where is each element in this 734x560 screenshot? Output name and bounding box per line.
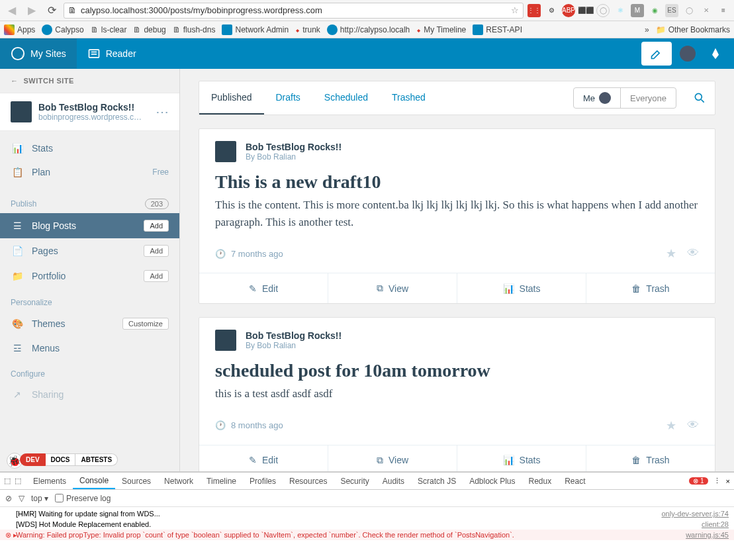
trash-button[interactable]: 🗑Trash <box>586 445 715 472</box>
sidebar-item-pages[interactable]: 📄 Pages Add <box>0 238 179 263</box>
forward-button[interactable]: ▶ <box>24 3 40 19</box>
eye-icon[interactable]: 👁 <box>687 418 699 433</box>
reader-button[interactable]: Reader <box>77 38 147 69</box>
switch-site-button[interactable]: ← SWITCH SITE <box>0 69 179 93</box>
bookmark[interactable]: ⬥My Timeline <box>416 25 466 34</box>
preserve-log-checkbox[interactable]: Preserve log <box>55 494 111 503</box>
me-button[interactable] <box>676 46 700 62</box>
devtools-tab-security[interactable]: Security <box>334 473 375 489</box>
bookmark[interactable]: 🗎ls-clear <box>91 25 127 34</box>
source-link[interactable]: only-dev-server.js:74 <box>662 510 729 518</box>
sidebar-item-blog-posts[interactable]: ☰ Blog Posts Add <box>0 213 179 238</box>
more-icon[interactable]: ⋯ <box>156 104 169 120</box>
source-link[interactable]: client:28 <box>702 520 729 528</box>
edit-button[interactable]: ✎Edit <box>199 445 328 472</box>
post-site-name[interactable]: Bob TestBlog Rocks!! <box>246 142 342 152</box>
ext-icon[interactable]: ✕ <box>700 4 713 17</box>
tab-drafts[interactable]: Drafts <box>264 81 312 115</box>
devtools-tab-elements[interactable]: Elements <box>26 473 73 489</box>
bookmark[interactable]: REST-API <box>473 24 522 35</box>
bookmark[interactable]: http://calypso.localh <box>327 24 410 35</box>
reload-button[interactable]: ⟳ <box>44 3 60 19</box>
ext-icon[interactable]: ES <box>665 4 678 17</box>
other-bookmarks[interactable]: 📁Other Bookmarks <box>656 25 730 34</box>
sidebar-item-portfolio[interactable]: 📁 Portfolio Add <box>0 263 179 289</box>
bookmark[interactable]: 🗎flush-dns <box>173 25 216 34</box>
ext-icon[interactable]: ⚛ <box>614 4 627 17</box>
add-page-button[interactable]: Add <box>144 245 169 257</box>
search-button[interactable] <box>684 91 715 105</box>
bookmark[interactable]: Network Admin <box>222 24 289 35</box>
edit-button[interactable]: ✎Edit <box>199 273 328 303</box>
my-sites-button[interactable]: My Sites <box>0 38 77 69</box>
post-site-name[interactable]: Bob TestBlog Rocks!! <box>246 330 342 341</box>
tab-published[interactable]: Published <box>199 81 264 115</box>
devtools-tab-console[interactable]: Console <box>73 473 115 489</box>
site-card[interactable]: Bob TestBlog Rocks!! bobinprogress.wordp… <box>0 93 179 131</box>
clear-icon[interactable]: ⊘ <box>5 494 12 503</box>
devtools-tab-audits[interactable]: Audits <box>376 473 411 489</box>
bookmark-apps[interactable]: Apps <box>4 24 35 35</box>
ext-icon[interactable]: ABP <box>562 4 575 17</box>
error-count[interactable]: ⊗ 1 <box>689 477 708 485</box>
devtools-tab-resources[interactable]: Resources <box>283 473 334 489</box>
devtools-tab-scratch-js[interactable]: Scratch JS <box>411 473 463 489</box>
devtools-tab-timeline[interactable]: Timeline <box>200 473 243 489</box>
bookmark-star-icon[interactable]: ☆ <box>511 5 519 15</box>
sidebar-item-plan[interactable]: 📋 Plan Free <box>0 160 179 184</box>
devtools-more-icon[interactable]: ⋮ <box>713 477 721 485</box>
sidebar-item-stats[interactable]: 📊 Stats <box>0 136 179 160</box>
docs-badge[interactable]: DOCS <box>46 453 76 466</box>
sidebar-item-sharing[interactable]: ↗ Sharing <box>0 383 179 406</box>
device-icon[interactable]: ⬚ <box>15 477 21 485</box>
sidebar-item-menus[interactable]: ☲ Menus <box>0 336 179 360</box>
ext-icon[interactable]: ⚙ <box>545 4 558 17</box>
bookmark[interactable]: Calypso <box>42 24 83 35</box>
back-button[interactable]: ◀ <box>4 3 20 19</box>
add-post-button[interactable]: Add <box>144 220 169 232</box>
devtools-close-icon[interactable]: × <box>726 477 730 485</box>
star-icon[interactable]: ★ <box>666 246 676 261</box>
stats-button[interactable]: 📊Stats <box>457 445 586 472</box>
trash-icon: 🗑 <box>631 283 641 294</box>
tab-scheduled[interactable]: Scheduled <box>312 81 380 115</box>
author-me[interactable]: Me <box>574 88 620 108</box>
stats-button[interactable]: 📊Stats <box>457 273 586 303</box>
devtools-tab-react[interactable]: React <box>558 473 592 489</box>
devtools-tab-network[interactable]: Network <box>158 473 200 489</box>
trash-button[interactable]: 🗑Trash <box>586 273 715 303</box>
devtools-tab-profiles[interactable]: Profiles <box>243 473 283 489</box>
source-link[interactable]: warning.js:45 <box>686 531 729 539</box>
devtools-tab-redux[interactable]: Redux <box>522 473 559 489</box>
filter-icon[interactable]: ▽ <box>19 494 24 503</box>
bookmark[interactable]: 🗎debug <box>133 25 165 34</box>
post-title[interactable]: scheduled post for 10am tomorrow <box>199 351 715 385</box>
ext-icon[interactable]: ◯ <box>596 4 610 17</box>
ext-icon[interactable]: ⋮⋮ <box>528 4 541 17</box>
abtests-badge[interactable]: ABTESTS <box>75 453 118 466</box>
tab-trashed[interactable]: Trashed <box>380 81 437 115</box>
hamburger-icon[interactable]: ≡ <box>717 4 730 17</box>
dev-badge[interactable]: DEV <box>20 453 46 466</box>
compose-button[interactable] <box>641 42 672 66</box>
view-button[interactable]: ⧉View <box>328 445 457 472</box>
add-portfolio-button[interactable]: Add <box>144 270 169 282</box>
ext-icon[interactable]: ⬛⬛ <box>579 4 592 17</box>
notifications-button[interactable] <box>704 47 727 60</box>
context-select[interactable]: top ▾ <box>31 494 48 503</box>
sidebar-item-themes[interactable]: 🎨 Themes Customize <box>0 311 179 336</box>
devtools-tab-adblock-plus[interactable]: Adblock Plus <box>463 473 522 489</box>
ext-icon[interactable]: M <box>631 4 644 17</box>
inspect-icon[interactable]: ⬚ <box>4 477 11 485</box>
devtools-tab-sources[interactable]: Sources <box>115 473 158 489</box>
view-button[interactable]: ⧉View <box>328 273 457 303</box>
post-title[interactable]: This is a new draft10 <box>199 162 715 197</box>
star-icon[interactable]: ★ <box>666 418 676 433</box>
ext-icon[interactable]: ◉ <box>648 4 661 17</box>
customize-button[interactable]: Customize <box>122 318 169 330</box>
url-bar[interactable]: 🗎 calypso.localhost:3000/posts/my/bobinp… <box>64 3 524 19</box>
author-everyone[interactable]: Everyone <box>620 88 676 108</box>
eye-icon[interactable]: 👁 <box>687 246 699 261</box>
bookmark[interactable]: ⬥trunk <box>295 25 320 34</box>
ext-icon[interactable]: ◯ <box>682 4 696 17</box>
